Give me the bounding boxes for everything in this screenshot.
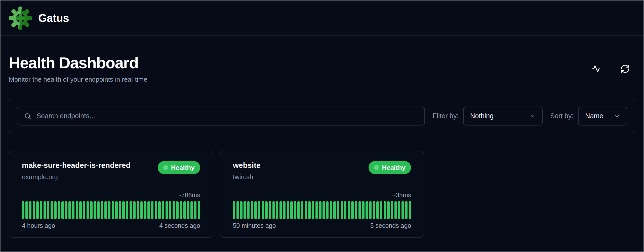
search-input[interactable] [36, 112, 418, 120]
uptime-bar [25, 201, 28, 219]
uptime-bar [244, 201, 246, 219]
status-dot-icon [163, 165, 168, 170]
uptime-bar [297, 201, 300, 219]
uptime-bar [308, 201, 311, 219]
uptime-bar [369, 201, 372, 219]
uptime-bar [173, 201, 175, 219]
uptime-bar [162, 201, 164, 219]
uptime-bars[interactable] [22, 201, 200, 219]
refresh-icon [620, 64, 630, 74]
uptime-bar [40, 201, 42, 219]
uptime-bar [287, 201, 289, 219]
home-link[interactable]: Gatus [8, 6, 69, 30]
chevron-down-icon [614, 113, 620, 119]
endpoint-card[interactable]: make-sure-header-is-rendered example.org… [9, 151, 213, 238]
uptime-bar [269, 201, 271, 219]
activity-pulse-button[interactable] [591, 64, 601, 74]
uptime-bar [29, 201, 32, 219]
uptime-bar [398, 201, 400, 219]
uptime-bar [380, 201, 383, 219]
uptime-bar [262, 201, 264, 219]
uptime-bar [326, 201, 329, 219]
uptime-bar [283, 201, 286, 219]
uptime-bar [51, 201, 53, 219]
uptime-bar [115, 201, 118, 219]
uptime-bar [137, 201, 139, 219]
time-range-start: 4 hours ago [22, 222, 55, 229]
uptime-bar [198, 201, 200, 219]
uptime-bar [151, 201, 154, 219]
page-title: Health Dashboard [9, 54, 147, 72]
uptime-bar [355, 201, 357, 219]
uptime-bar [330, 201, 332, 219]
uptime-bar [254, 201, 257, 219]
gatus-gear-logo-icon [8, 6, 33, 30]
uptime-bar [401, 201, 404, 219]
uptime-bar [194, 201, 197, 219]
main-content: Health Dashboard Monitor the health of y… [1, 54, 643, 238]
sort-select[interactable]: Name [578, 107, 627, 125]
uptime-bar [187, 201, 189, 219]
time-range: 4 hours ago 4 seconds ago [22, 222, 200, 229]
uptime-bar [405, 201, 408, 219]
uptime-bar [36, 201, 39, 219]
top-navbar: Gatus [1, 1, 643, 36]
endpoint-name: website [233, 161, 261, 170]
uptime-bar [47, 201, 50, 219]
uptime-bar [94, 201, 96, 219]
uptime-bar [333, 201, 336, 219]
filter-select[interactable]: Nothing [463, 107, 543, 125]
uptime-bar [251, 201, 253, 219]
uptime-bar [108, 201, 110, 219]
uptime-bar [68, 201, 71, 219]
endpoint-card[interactable]: website twin.sh Healthy ~35ms 50 minutes… [220, 151, 424, 238]
uptime-bar [61, 201, 64, 219]
uptime-bar [119, 201, 121, 219]
uptime-bar [376, 201, 379, 219]
page-subtitle: Monitor the health of your endpoints in … [9, 76, 147, 83]
uptime-bar [176, 201, 179, 219]
endpoint-identity: make-sure-header-is-rendered example.org [22, 161, 131, 181]
uptime-bar [112, 201, 114, 219]
search-box[interactable] [17, 107, 425, 125]
uptime-bar [236, 201, 239, 219]
uptime-bar [104, 201, 107, 219]
uptime-bar [276, 201, 278, 219]
page-header: Health Dashboard Monitor the health of y… [9, 54, 635, 83]
uptime-bar [130, 201, 132, 219]
uptime-bar [265, 201, 268, 219]
uptime-bar [272, 201, 275, 219]
filter-bar: Filter by: Nothing Sort by: Name [9, 98, 635, 134]
gatus-dashboard-page: { "brand": {"name": "Gatus", "logo_icon"… [0, 0, 644, 252]
uptime-bar [358, 201, 361, 219]
uptime-bar [344, 201, 347, 219]
brand-name: Gatus [38, 12, 69, 24]
filter-label: Filter by: [432, 112, 459, 120]
avg-response-time: ~786ms [22, 192, 200, 199]
uptime-bar [258, 201, 261, 219]
uptime-bar [58, 201, 60, 219]
uptime-bar [373, 201, 375, 219]
status-badge: Healthy [369, 161, 411, 174]
endpoint-host: twin.sh [233, 173, 261, 181]
uptime-bar [158, 201, 161, 219]
uptime-bar [183, 201, 186, 219]
endpoint-card-header: website twin.sh Healthy [233, 161, 411, 181]
status-dot-icon [374, 165, 379, 170]
uptime-bar [391, 201, 393, 219]
uptime-bar [79, 201, 82, 219]
uptime-bar [22, 201, 24, 219]
uptime-bar [341, 201, 343, 219]
refresh-button[interactable] [620, 64, 630, 74]
uptime-bar [384, 201, 386, 219]
header-actions [591, 64, 630, 74]
endpoint-name: make-sure-header-is-rendered [22, 161, 131, 170]
uptime-bar [240, 201, 243, 219]
uptime-bar [319, 201, 321, 219]
uptime-bar [312, 201, 314, 219]
uptime-bars[interactable] [233, 201, 411, 219]
sort-group: Sort by: Name [550, 107, 627, 125]
uptime-bar [247, 201, 250, 219]
uptime-bar [147, 201, 150, 219]
filter-group: Filter by: Nothing [432, 107, 543, 125]
